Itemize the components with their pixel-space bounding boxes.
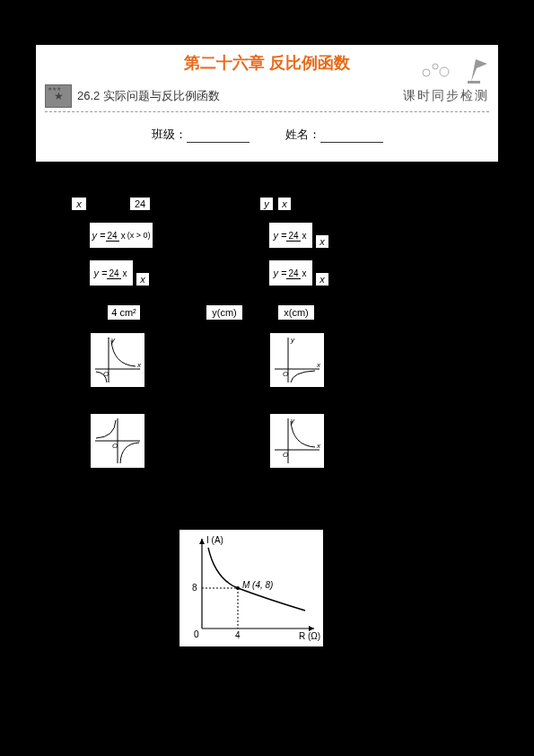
x-var: x — [72, 198, 86, 210]
star-badge-icon: ★ — [45, 84, 72, 108]
svg-text:x: x — [316, 361, 321, 369]
svg-point-1 — [433, 64, 438, 69]
graph-option-d: O y x — [269, 413, 325, 469]
svg-text:O: O — [283, 451, 288, 459]
page-header: 第二十六章 反比例函数 ★ 26.2 实际问题与反比例函数 课时同步检测 班级：… — [36, 45, 498, 162]
graph-option-b: O y x — [269, 332, 325, 388]
graph-option-a: O y x — [90, 332, 145, 388]
graph-option-c: O — [90, 413, 145, 469]
ycm-label: y(cm) — [206, 305, 242, 320]
keshi-label: 课时同步检测 — [403, 88, 489, 104]
svg-text:x: x — [136, 361, 142, 369]
x-tick-4: 4 — [235, 630, 241, 640]
name-field: 姓名： — [285, 127, 383, 143]
origin-label: 0 — [194, 629, 199, 639]
divider — [45, 111, 489, 112]
formula-c: y = 24x — [90, 260, 133, 286]
formula-d: y = 24x — [269, 260, 312, 286]
x-tail-b: x — [316, 235, 328, 248]
r-axis-label: R (Ω) — [299, 631, 320, 641]
class-line — [187, 142, 249, 143]
class-field: 班级： — [152, 127, 249, 143]
section-number: 26.2 — [77, 89, 100, 102]
y-tick-8: 8 — [192, 583, 197, 593]
name-line — [320, 142, 383, 143]
formula-a: y = 24x (x > 0) — [90, 223, 153, 248]
section-title: 实际问题与反比例函数 — [103, 89, 220, 102]
section-text: 26.2 实际问题与反比例函数 — [77, 88, 403, 104]
class-label: 班级： — [152, 127, 187, 141]
svg-text:O: O — [283, 370, 288, 378]
svg-point-0 — [423, 69, 430, 76]
x-var-2: x — [278, 198, 291, 210]
y-var: y — [260, 198, 273, 210]
formula-b: y = 24x — [269, 223, 312, 248]
svg-text:O: O — [112, 442, 118, 450]
fill-row: 班级： 姓名： — [36, 127, 498, 143]
section-row: ★ 26.2 实际问题与反比例函数 课时同步检测 — [36, 84, 498, 108]
val-24: 24 — [130, 198, 150, 210]
name-label: 姓名： — [285, 127, 320, 141]
lamp-decoration — [417, 50, 489, 86]
svg-point-2 — [440, 67, 449, 76]
content-area: x 24 y x y = 24x (x > 0) y = 24x x y = 2… — [0, 171, 534, 756]
svg-text:y: y — [290, 336, 295, 344]
svg-marker-25 — [199, 539, 205, 544]
x-tail-c: x — [136, 273, 149, 286]
point-m-label: M (4, 8) — [242, 580, 273, 590]
svg-rect-3 — [468, 81, 480, 84]
xcm-label: x(cm) — [278, 305, 314, 320]
i-axis-label: I (A) — [206, 535, 223, 545]
area-4cm2: 4 cm² — [108, 305, 140, 320]
svg-text:x: x — [316, 442, 321, 450]
circuit-graph: I (A) R (Ω) 0 M (4, 8) 8 4 — [179, 530, 323, 646]
x-tail-d: x — [316, 273, 328, 286]
svg-text:O: O — [103, 370, 109, 378]
